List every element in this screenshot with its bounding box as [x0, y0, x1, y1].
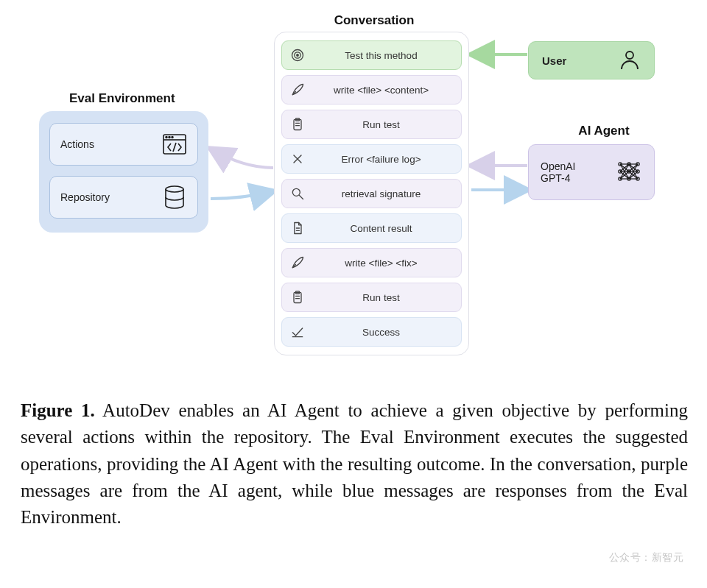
ai-agent-title: AI Agent	[567, 124, 641, 138]
figure-number: Figure 1.	[21, 400, 95, 420]
eval-environment-panel: Actions Repository	[39, 111, 208, 233]
svg-point-6	[166, 186, 183, 192]
svg-point-27	[626, 52, 633, 59]
message-text: write <file> <fix>	[307, 258, 455, 269]
conversation-message: retrieval signature	[281, 179, 462, 208]
message-text: Success	[307, 327, 455, 338]
conversation-message: write <file> <fix>	[281, 248, 462, 277]
ai-agent-box: OpenAI GPT-4	[528, 144, 655, 200]
svg-point-2	[166, 137, 167, 138]
user-label: User	[542, 54, 566, 67]
code-window-icon	[162, 132, 187, 157]
message-text: retrieval signature	[307, 188, 455, 199]
svg-point-9	[297, 54, 299, 57]
figure-caption: Figure 1. AutoDev enables an AI Agent to…	[21, 397, 688, 531]
target-icon	[288, 48, 307, 63]
arrow-conversation-to-eval	[211, 149, 273, 168]
eval-actions-label: Actions	[60, 138, 94, 150]
conversation-message: write <file> <content>	[281, 75, 462, 105]
quill-icon	[288, 255, 307, 270]
x-icon	[288, 152, 307, 166]
person-icon	[619, 49, 641, 73]
conversation-message: Success	[281, 317, 462, 347]
neural-network-icon	[616, 158, 642, 187]
clipboard-icon	[288, 290, 307, 305]
conversation-message: Run test	[281, 283, 462, 312]
conversation-message: Run test	[281, 110, 462, 139]
agent-label: OpenAI GPT-4	[541, 160, 575, 184]
svg-line-18	[300, 196, 303, 199]
svg-point-17	[292, 188, 300, 196]
message-text: Content result	[307, 223, 455, 234]
clipboard-icon	[288, 117, 307, 132]
arrow-eval-to-conversation	[211, 191, 273, 199]
conversation-panel: Test this methodwrite <file> <content>Ru…	[274, 32, 469, 355]
database-icon	[162, 185, 187, 210]
search-icon	[288, 186, 307, 201]
message-text: Run test	[307, 292, 455, 303]
message-text: Run test	[307, 119, 455, 130]
eval-repository-label: Repository	[60, 191, 110, 203]
svg-line-5	[173, 143, 176, 152]
message-text: Error <failure log>	[307, 154, 455, 165]
user-box: User	[528, 41, 655, 79]
svg-point-3	[169, 137, 170, 138]
diagram-area: Eval Environment Conversation AI Agent A…	[0, 0, 707, 375]
eval-environment-title: Eval Environment	[69, 91, 175, 106]
conversation-message: Test this method	[281, 40, 462, 70]
message-text: Test this method	[307, 50, 455, 61]
eval-repository-card: Repository	[49, 176, 198, 219]
quill-icon	[288, 82, 307, 97]
check-icon	[288, 325, 307, 339]
svg-point-4	[172, 137, 173, 138]
conversation-message: Content result	[281, 213, 462, 243]
eval-actions-card: Actions	[49, 123, 198, 166]
message-text: write <file> <content>	[307, 85, 455, 96]
document-icon	[288, 221, 307, 235]
caption-body: AutoDev enables an AI Agent to achieve a…	[21, 400, 688, 527]
conversation-message: Error <failure log>	[281, 144, 462, 174]
watermark-text: 公众号：新智元	[609, 551, 684, 564]
conversation-title: Conversation	[323, 13, 426, 28]
